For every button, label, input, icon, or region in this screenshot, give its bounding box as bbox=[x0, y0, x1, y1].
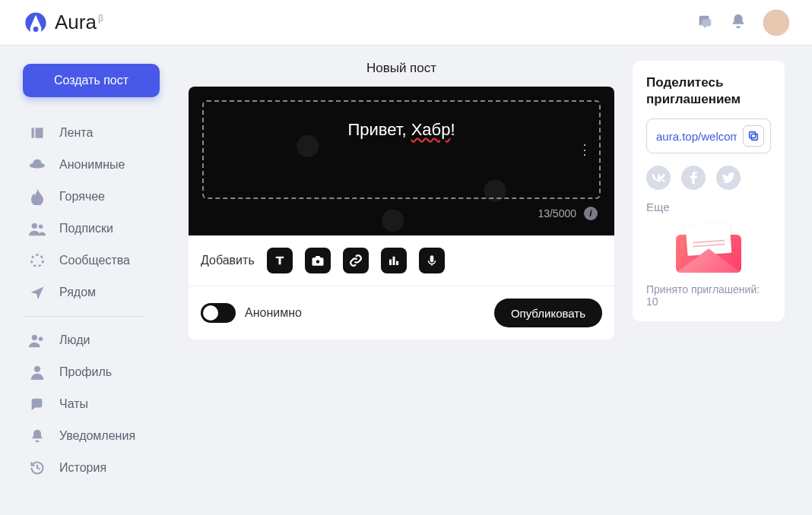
create-post-button[interactable]: Создать пост bbox=[23, 64, 160, 97]
svg-point-8 bbox=[32, 335, 37, 340]
sidebar-item-label: Профиль bbox=[59, 365, 112, 379]
info-icon[interactable]: i bbox=[584, 207, 598, 220]
svg-rect-13 bbox=[392, 257, 395, 265]
sidebar-item-hot[interactable]: Горячее bbox=[23, 181, 170, 213]
feed-icon bbox=[29, 125, 46, 141]
attach-audio-button[interactable] bbox=[419, 248, 445, 273]
publish-row: Анонимно Опубликовать bbox=[189, 286, 614, 340]
people-icon bbox=[29, 220, 46, 237]
svg-rect-17 bbox=[750, 132, 756, 138]
sidebar-item-label: Рядом bbox=[59, 286, 96, 299]
publish-button[interactable]: Опубликовать bbox=[494, 299, 602, 327]
sidebar-item-people[interactable]: Люди bbox=[23, 324, 170, 356]
flame-icon bbox=[29, 188, 46, 205]
sidebar-item-label: Анонимные bbox=[59, 158, 125, 172]
anonymous-toggle[interactable] bbox=[201, 303, 236, 323]
svg-point-10 bbox=[34, 366, 40, 372]
avatar[interactable] bbox=[763, 10, 789, 36]
vk-icon[interactable] bbox=[646, 166, 671, 190]
toggle-knob bbox=[203, 305, 218, 321]
editor-area: Привет, Хабр! ⋮ 13/5000 i bbox=[189, 87, 614, 235]
sidebar-item-communities[interactable]: Сообщества bbox=[23, 245, 170, 276]
attach-poll-button[interactable] bbox=[381, 248, 407, 273]
ufo-icon bbox=[29, 156, 46, 173]
copy-icon[interactable] bbox=[743, 125, 764, 147]
sidebar-item-label: Подписки bbox=[59, 222, 113, 235]
bell-icon bbox=[29, 428, 46, 444]
sidebar-item-profile[interactable]: Профиль bbox=[23, 356, 170, 388]
sidebar-item-feed[interactable]: Лента bbox=[23, 117, 170, 149]
svg-rect-2 bbox=[36, 128, 43, 137]
editor-footer: 13/5000 i bbox=[202, 199, 601, 222]
svg-rect-16 bbox=[751, 134, 757, 141]
attach-link-button[interactable] bbox=[343, 248, 369, 273]
svg-rect-15 bbox=[430, 255, 433, 262]
invites-accepted: Принято приглашений: 10 bbox=[646, 283, 771, 308]
sidebar-item-notifications[interactable]: Уведомления bbox=[23, 420, 170, 452]
sidebar-item-label: Горячее bbox=[59, 190, 105, 204]
person-icon bbox=[29, 364, 46, 381]
sidebar-item-chats[interactable]: Чаты bbox=[23, 388, 170, 420]
sidebar-item-label: История bbox=[59, 461, 106, 475]
char-counter: 13/5000 bbox=[538, 207, 576, 220]
sidebar-item-history[interactable]: История bbox=[23, 452, 170, 484]
svg-point-11 bbox=[316, 260, 320, 264]
sidebar-item-label: Чаты bbox=[59, 397, 88, 411]
accepted-count: 10 bbox=[646, 295, 658, 308]
invite-card: Поделитесь приглашением aura.top/welcome… bbox=[633, 61, 785, 321]
invite-link[interactable]: aura.top/welcome/a bbox=[656, 130, 737, 143]
history-icon bbox=[29, 460, 46, 476]
accepted-prefix: Принято приглашений: bbox=[646, 283, 760, 295]
attach-photo-button[interactable] bbox=[305, 248, 331, 273]
logo-mark bbox=[23, 10, 49, 36]
svg-point-0 bbox=[33, 27, 39, 32]
svg-rect-14 bbox=[396, 261, 398, 265]
page-title: Новый пост bbox=[189, 61, 614, 76]
anonymous-label: Анонимно bbox=[245, 306, 302, 320]
users-icon bbox=[29, 332, 46, 349]
editor-text-suffix: ! bbox=[450, 120, 455, 139]
svg-point-7 bbox=[32, 255, 43, 267]
svg-point-5 bbox=[32, 223, 37, 229]
invite-title: Поделитесь приглашением bbox=[646, 74, 771, 108]
logo-text: Auraβ bbox=[55, 11, 103, 34]
sidebar-separator bbox=[23, 316, 144, 317]
chats-icon[interactable] bbox=[696, 13, 713, 32]
svg-point-4 bbox=[33, 160, 42, 166]
sidebar-item-label: Люди bbox=[59, 333, 90, 347]
main-content: Новый пост Привет, Хабр! ⋮ 13/5000 i Доб… bbox=[189, 46, 614, 502]
sidebar-item-label: Сообщества bbox=[59, 254, 130, 267]
attachment-row: Добавить bbox=[189, 235, 614, 286]
invite-link-box: aura.top/welcome/a bbox=[646, 118, 771, 153]
invite-illustration bbox=[646, 224, 771, 273]
sidebar: Создать пост Лента Анонимные Горячее Под… bbox=[0, 46, 189, 502]
share-socials bbox=[646, 166, 771, 190]
header-actions bbox=[696, 10, 789, 36]
invite-more-label: Еще bbox=[646, 201, 771, 213]
sidebar-item-nearby[interactable]: Рядом bbox=[23, 276, 170, 308]
circle-dots-icon bbox=[29, 252, 46, 269]
sidebar-item-label: Уведомления bbox=[59, 429, 135, 443]
logo[interactable]: Auraβ bbox=[23, 10, 103, 36]
beta-badge: β bbox=[98, 13, 103, 24]
sidebar-item-label: Лента bbox=[59, 126, 93, 140]
location-arrow-icon bbox=[29, 284, 46, 301]
app-name: Aura bbox=[55, 11, 97, 33]
sidebar-item-anonymous[interactable]: Анонимные bbox=[23, 149, 170, 181]
right-column: Поделитесь приглашением aura.top/welcome… bbox=[614, 46, 800, 502]
chat-icon bbox=[29, 396, 46, 412]
sidebar-item-subscriptions[interactable]: Подписки bbox=[23, 213, 170, 245]
add-label: Добавить bbox=[201, 254, 255, 267]
top-header: Auraβ bbox=[0, 0, 812, 46]
editor-more-icon[interactable]: ⋮ bbox=[578, 148, 592, 151]
attach-text-button[interactable] bbox=[267, 248, 293, 273]
post-composer: Привет, Хабр! ⋮ 13/5000 i Добавить bbox=[189, 87, 614, 340]
editor-textbox[interactable]: Привет, Хабр! ⋮ bbox=[202, 100, 601, 199]
svg-point-6 bbox=[39, 225, 43, 229]
svg-rect-1 bbox=[32, 128, 34, 137]
svg-point-9 bbox=[39, 336, 43, 341]
svg-rect-12 bbox=[389, 260, 392, 266]
notifications-icon[interactable] bbox=[730, 13, 747, 32]
facebook-icon[interactable] bbox=[681, 166, 706, 190]
twitter-icon[interactable] bbox=[716, 166, 741, 190]
